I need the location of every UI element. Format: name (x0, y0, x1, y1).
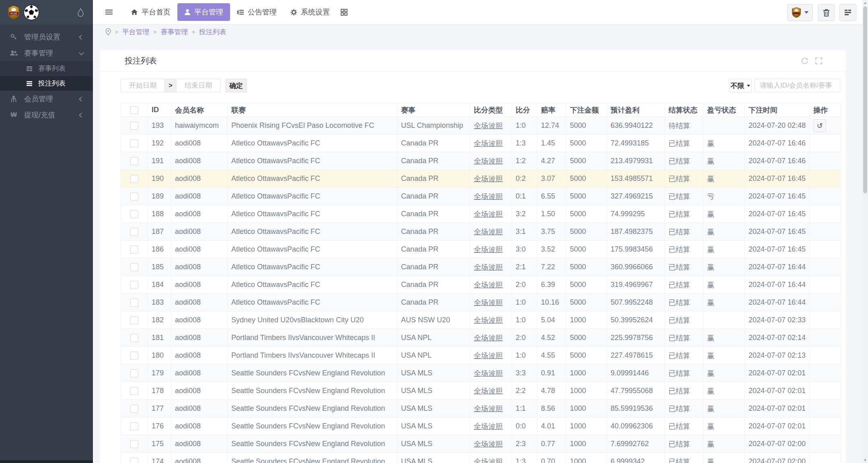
breadcrumb-link[interactable]: 平台管理 (122, 27, 150, 37)
task-list-button[interactable] (839, 4, 856, 21)
row-checkbox[interactable] (130, 157, 138, 165)
score-type-link[interactable]: 全场波胆 (474, 157, 503, 165)
score-type-link[interactable]: 全场波胆 (474, 263, 503, 271)
score-type-link[interactable]: 全场波胆 (474, 369, 503, 377)
score-type-link[interactable]: 全场波胆 (474, 422, 503, 430)
cell-action (810, 135, 841, 152)
column-header: 下注金额 (566, 103, 607, 117)
cell-profit: 85.59919536 (607, 400, 665, 418)
score-type-link[interactable]: 全场波胆 (474, 440, 503, 448)
score-type-link[interactable]: 全场波胆 (474, 122, 503, 130)
date-range-arrow-button[interactable]: > (165, 79, 177, 92)
row-checkbox[interactable] (130, 422, 138, 430)
cell-id: 184 (148, 276, 171, 294)
score-type-link[interactable]: 全场波胆 (474, 299, 503, 307)
score-type-link[interactable]: 全场波胆 (474, 175, 503, 183)
cell-profit: 72.4993185 (607, 135, 665, 152)
cell-league: Atletico OttawavsPacific FC (228, 170, 397, 188)
nav-item-platform-home[interactable]: 平台首页 (124, 3, 177, 21)
sidebar-item-admin-settings[interactable]: 管理员设置 (0, 29, 93, 45)
row-checkbox[interactable] (130, 334, 138, 342)
row-select-cell (121, 382, 148, 400)
cell-event: Canada PR (397, 223, 470, 241)
score-type-link[interactable]: 全场波胆 (474, 334, 503, 342)
nav-item-system-settings[interactable]: 系统设置 (284, 3, 337, 21)
score-type-link[interactable]: 全场波胆 (474, 210, 503, 218)
row-checkbox[interactable] (130, 228, 138, 236)
search-input[interactable] (755, 79, 840, 92)
cell-member: aodi008 (171, 294, 228, 311)
confirm-button[interactable]: 确定 (225, 79, 247, 92)
sidebar-item-label: 会员管理 (24, 94, 53, 104)
sidebar-item-event-list[interactable]: 赛事列表 (0, 61, 93, 76)
select-all-checkbox[interactable] (130, 106, 138, 114)
sidebar-item-event-management[interactable]: 赛事管理 (0, 45, 93, 61)
scrollbar-thumb[interactable] (863, 6, 867, 193)
row-checkbox[interactable] (130, 369, 138, 377)
scope-dropdown[interactable]: 不限 (729, 79, 752, 92)
row-checkbox[interactable] (130, 210, 138, 218)
rollback-button[interactable]: ↺ (813, 119, 826, 132)
row-checkbox[interactable] (130, 440, 138, 448)
row-checkbox[interactable] (130, 352, 138, 360)
refresh-icon[interactable] (801, 57, 808, 65)
scroll-down-arrow[interactable]: ▼ (862, 457, 868, 463)
cell-odds: 4.78 (537, 382, 566, 400)
table-row: 176aodi008Seattle Sounders FCvsNew Engla… (121, 418, 841, 435)
sidebar-item-member-management[interactable]: 会员管理 (0, 91, 93, 107)
row-checkbox[interactable] (130, 175, 138, 183)
user-avatar-dropdown[interactable] (787, 4, 813, 21)
end-date-input[interactable] (176, 79, 220, 92)
cell-profit: 636.9940122 (607, 117, 665, 135)
row-select-cell (121, 152, 148, 170)
hamburger-menu-icon[interactable] (105, 8, 113, 16)
scroll-up-arrow[interactable]: ▲ (862, 0, 868, 6)
cell-id: 177 (148, 400, 171, 418)
score-type-link[interactable]: 全场波胆 (474, 458, 503, 463)
score-type-link[interactable]: 全场波胆 (474, 246, 503, 254)
table-body: 193haiwaiymcomPhoenix Rising FCvsEl Paso… (121, 117, 841, 463)
row-checkbox[interactable] (130, 458, 138, 463)
cell-action (810, 188, 841, 205)
row-checkbox[interactable] (130, 263, 138, 271)
start-date-input[interactable] (121, 79, 165, 92)
vertical-scrollbar[interactable]: ▲ ▼ (862, 0, 868, 463)
row-checkbox[interactable] (130, 387, 138, 395)
row-checkbox[interactable] (130, 299, 138, 307)
cell-member: aodi008 (171, 170, 228, 188)
nav-item-platform-management[interactable]: 平台管理 (177, 3, 230, 21)
score-type-link[interactable]: 全场波胆 (474, 405, 503, 413)
row-checkbox[interactable] (130, 405, 138, 413)
breadcrumb-link[interactable]: 投注列表 (199, 27, 226, 37)
row-select-cell (121, 418, 148, 435)
nav-item-announcement-management[interactable]: 公告管理 (230, 3, 284, 21)
won-sign-icon: ₩ (9, 111, 18, 119)
cell-time: 2024-07-07 16:44 (745, 294, 810, 311)
cell-member: aodi008 (171, 188, 228, 205)
cell-score: 1:1 (512, 400, 537, 418)
row-checkbox[interactable] (130, 122, 138, 130)
score-type-link[interactable]: 全场波胆 (474, 281, 503, 289)
water-drop-icon[interactable] (77, 8, 84, 17)
row-select-cell (121, 188, 148, 205)
breadcrumb-link[interactable]: 赛事管理 (160, 27, 188, 37)
row-checkbox[interactable] (130, 316, 138, 324)
row-checkbox[interactable] (130, 246, 138, 254)
grid-apps-icon[interactable] (341, 9, 348, 16)
score-type-link[interactable]: 全场波胆 (474, 387, 503, 395)
expand-icon[interactable] (815, 57, 823, 65)
sidebar-item-bet-list[interactable]: 投注列表 (0, 76, 93, 91)
row-checkbox[interactable] (130, 193, 138, 201)
column-header: 联赛 (228, 103, 397, 117)
score-type-link[interactable]: 全场波胆 (474, 228, 503, 236)
score-type-link[interactable]: 全场波胆 (474, 352, 503, 360)
row-checkbox[interactable] (130, 139, 138, 148)
cell-league: Atletico OttawavsPacific FC (228, 294, 397, 311)
score-type-link[interactable]: 全场波胆 (474, 139, 503, 148)
trash-button[interactable] (818, 4, 835, 21)
score-type-link[interactable]: 全场波胆 (474, 316, 503, 324)
sidebar-item-withdraw-deposit[interactable]: ₩ 提现/充值 (0, 107, 93, 123)
score-type-link[interactable]: 全场波胆 (474, 193, 503, 201)
row-select-cell (121, 170, 148, 188)
row-checkbox[interactable] (130, 281, 138, 289)
